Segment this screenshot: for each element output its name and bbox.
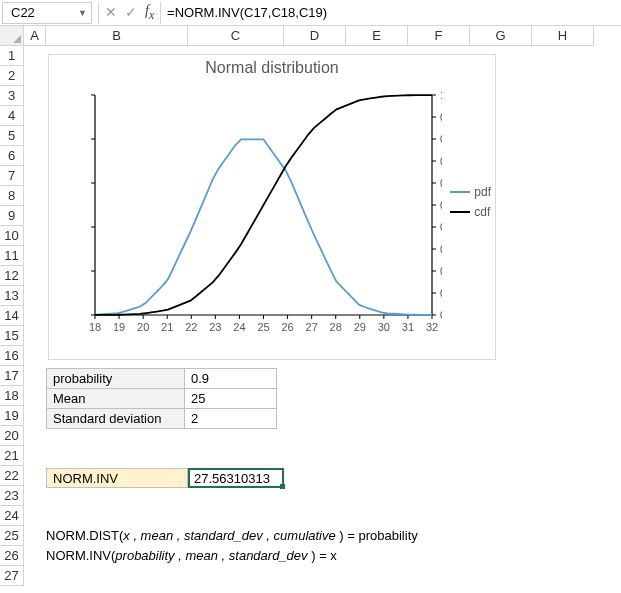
col-header-H[interactable]: H xyxy=(532,26,594,46)
row-header-14[interactable]: 14 xyxy=(0,306,24,326)
svg-text:0.4: 0.4 xyxy=(440,221,442,233)
mean-label[interactable]: Mean xyxy=(47,389,185,409)
doc-tail: ) = probability xyxy=(336,528,418,543)
svg-text:0.5: 0.5 xyxy=(440,199,442,211)
svg-text:23: 23 xyxy=(209,321,221,333)
row-header-1[interactable]: 1 xyxy=(0,46,24,66)
table-row: probability 0.9 xyxy=(47,369,277,389)
col-header-B[interactable]: B xyxy=(46,26,188,46)
prob-value[interactable]: 0.9 xyxy=(185,369,277,389)
separator xyxy=(98,2,99,24)
row-header-8[interactable]: 8 xyxy=(0,186,24,206)
svg-text:29: 29 xyxy=(354,321,366,333)
mean-value[interactable]: 25 xyxy=(185,389,277,409)
row-header-12[interactable]: 12 xyxy=(0,266,24,286)
row-header-25[interactable]: 25 xyxy=(0,526,24,546)
chart-title: Normal distribution xyxy=(49,59,495,77)
row-header-24[interactable]: 24 xyxy=(0,506,24,526)
col-header-C[interactable]: C xyxy=(188,26,284,46)
row-header-7[interactable]: 7 xyxy=(0,166,24,186)
row-header-23[interactable]: 23 xyxy=(0,486,24,506)
chevron-down-icon[interactable]: ▼ xyxy=(78,8,87,18)
row-header-13[interactable]: 13 xyxy=(0,286,24,306)
legend-line-cdf xyxy=(450,211,470,213)
svg-text:31: 31 xyxy=(402,321,414,333)
svg-text:24: 24 xyxy=(233,321,245,333)
legend-item-pdf: pdf xyxy=(450,185,491,199)
svg-text:0.8: 0.8 xyxy=(440,133,442,145)
doc-fn: NORM.INV( xyxy=(46,548,115,563)
row-header-26[interactable]: 26 xyxy=(0,546,24,566)
name-box[interactable]: C22 ▼ xyxy=(2,2,92,24)
doc-fn: NORM.DIST( xyxy=(46,528,123,543)
row-header-5[interactable]: 5 xyxy=(0,126,24,146)
input-table: probability 0.9 Mean 25 Standard deviati… xyxy=(46,368,277,429)
norminv-label[interactable]: NORM.INV xyxy=(46,468,188,488)
col-header-G[interactable]: G xyxy=(470,26,532,46)
legend-line-pdf xyxy=(450,191,470,193)
row-header-9[interactable]: 9 xyxy=(0,206,24,226)
cells-area[interactable]: Normal distribution 00.050.10.150.20.250… xyxy=(24,46,621,593)
row-header-20[interactable]: 20 xyxy=(0,426,24,446)
svg-text:1: 1 xyxy=(440,89,442,101)
row-header-2[interactable]: 2 xyxy=(0,66,24,86)
doc-normdist: NORM.DIST(x , mean , standard_dev , cumu… xyxy=(46,528,418,543)
svg-text:28: 28 xyxy=(330,321,342,333)
legend: pdf cdf xyxy=(450,185,491,225)
cancel-icon[interactable]: ✕ xyxy=(105,4,117,20)
row-header-6[interactable]: 6 xyxy=(0,146,24,166)
legend-label-pdf: pdf xyxy=(474,185,491,199)
row-header-15[interactable]: 15 xyxy=(0,326,24,346)
chart[interactable]: Normal distribution 00.050.10.150.20.250… xyxy=(48,54,496,360)
svg-text:30: 30 xyxy=(378,321,390,333)
legend-item-cdf: cdf xyxy=(450,205,491,219)
plot-area: 00.050.10.150.20.2500.10.20.30.40.50.60.… xyxy=(87,87,442,337)
column-headers: A B C D E F G H xyxy=(0,26,621,46)
col-header-F[interactable]: F xyxy=(408,26,470,46)
row-header-18[interactable]: 18 xyxy=(0,386,24,406)
svg-text:25: 25 xyxy=(257,321,269,333)
row-headers: 1234567891011121314151617181920212223242… xyxy=(0,46,24,586)
svg-text:26: 26 xyxy=(281,321,293,333)
row-header-19[interactable]: 19 xyxy=(0,406,24,426)
row-header-4[interactable]: 4 xyxy=(0,106,24,126)
col-header-D[interactable]: D xyxy=(284,26,346,46)
row-header-21[interactable]: 21 xyxy=(0,446,24,466)
doc-tail: ) = x xyxy=(308,548,337,563)
accept-icon[interactable]: ✓ xyxy=(125,4,137,20)
spreadsheet-grid: A B C D E F G H 123456789101112131415161… xyxy=(0,26,621,46)
table-row: Mean 25 xyxy=(47,389,277,409)
svg-text:20: 20 xyxy=(137,321,149,333)
svg-text:18: 18 xyxy=(89,321,101,333)
prob-label[interactable]: probability xyxy=(47,369,185,389)
svg-text:0: 0 xyxy=(440,309,442,321)
svg-text:22: 22 xyxy=(185,321,197,333)
row-header-10[interactable]: 10 xyxy=(0,226,24,246)
select-all-corner[interactable] xyxy=(0,26,24,46)
sd-label[interactable]: Standard deviation xyxy=(47,409,185,429)
row-header-27[interactable]: 27 xyxy=(0,566,24,586)
fx-icon[interactable]: fx xyxy=(145,3,154,22)
col-header-E[interactable]: E xyxy=(346,26,408,46)
row-header-16[interactable]: 16 xyxy=(0,346,24,366)
svg-text:0.7: 0.7 xyxy=(440,155,442,167)
row-header-17[interactable]: 17 xyxy=(0,366,24,386)
doc-args: probability , mean , standard_dev xyxy=(115,548,307,563)
formula-input[interactable] xyxy=(160,2,621,24)
row-header-3[interactable]: 3 xyxy=(0,86,24,106)
svg-text:32: 32 xyxy=(426,321,438,333)
row-header-11[interactable]: 11 xyxy=(0,246,24,266)
sd-value[interactable]: 2 xyxy=(185,409,277,429)
selected-cell[interactable]: 27.56310313 xyxy=(188,468,284,488)
svg-text:0.9: 0.9 xyxy=(440,111,442,123)
col-header-A[interactable]: A xyxy=(24,26,46,46)
doc-args: x , mean , standard_dev , cumulative xyxy=(123,528,335,543)
svg-text:0.1: 0.1 xyxy=(440,287,442,299)
formula-icons: ✕ ✓ fx xyxy=(105,3,154,22)
svg-text:0.6: 0.6 xyxy=(440,177,442,189)
row-header-22[interactable]: 22 xyxy=(0,466,24,486)
formula-bar: C22 ▼ ✕ ✓ fx xyxy=(0,0,621,26)
svg-text:27: 27 xyxy=(306,321,318,333)
svg-text:0.2: 0.2 xyxy=(440,265,442,277)
svg-text:19: 19 xyxy=(113,321,125,333)
